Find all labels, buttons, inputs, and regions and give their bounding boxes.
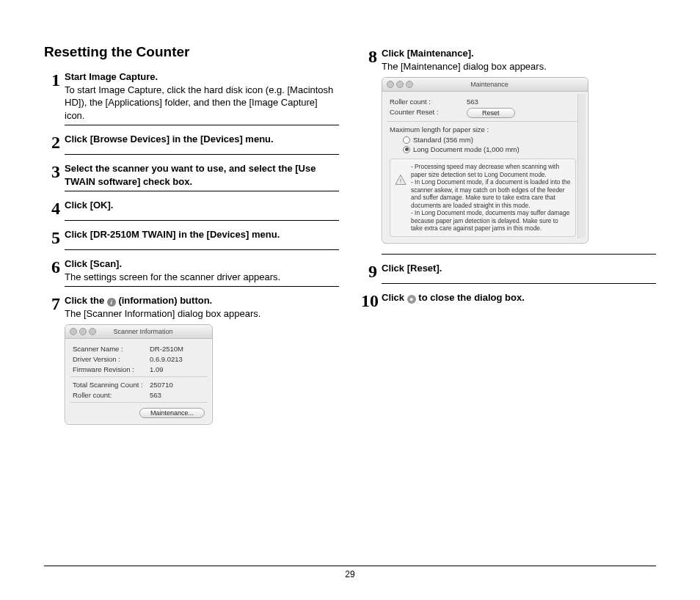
step-divider [382, 254, 656, 255]
roller-count-row: Roller count :563 [390, 96, 576, 106]
radio-label: Standard (356 mm) [413, 136, 473, 144]
step-body: Start Image Capture. To start Image Capt… [60, 70, 339, 122]
info-value: 1.09 [150, 365, 164, 373]
maintenance-button[interactable]: Maintenance... [139, 408, 205, 418]
step-desc: The [Maintenance] dialog box appears. [382, 61, 547, 72]
info-key: Roller count: [73, 391, 150, 399]
close-icon: ● [407, 295, 416, 304]
step-number: 6 [44, 257, 60, 276]
radio-icon[interactable] [403, 136, 410, 144]
step-7: 7 Click the i (information) button. The … [44, 294, 339, 320]
info-value: DR-2510M [150, 345, 183, 353]
step-title-part: Click the [65, 295, 107, 306]
info-value: 0.6.9.0213 [150, 355, 183, 363]
step-title: Click [Browse Devices] in the [Devices] … [65, 133, 274, 144]
step-number: 5 [44, 228, 60, 246]
step-3: 3 Select the scanner you want to use, an… [44, 162, 339, 188]
radio-long-document[interactable]: Long Document mode (1,000 mm) [390, 144, 576, 154]
document-page: Resetting the Counter 1 Start Image Capt… [0, 0, 700, 600]
info-value: 563 [150, 391, 161, 399]
max-length-label: Maximum length for paper size : [390, 124, 576, 135]
warning-text: - Processing speed may decrease when sca… [411, 163, 571, 233]
step-title: Select the scanner you want to use, and … [65, 163, 316, 187]
step-number: 1 [44, 70, 60, 89]
step-title: Start Image Capture. [65, 71, 158, 82]
step-divider [65, 154, 339, 155]
close-icon[interactable] [70, 328, 77, 335]
step-1: 1 Start Image Capture. To start Image Ca… [44, 70, 339, 122]
step-divider [65, 191, 339, 191]
step-5: 5 Click [DR-2510M TWAIN] in the [Devices… [44, 228, 339, 246]
step-title-part: to close the dialog box. [416, 292, 525, 303]
dialog-body: Roller count :563 Counter Reset :Reset M… [382, 92, 588, 243]
dialog-titlebar: Scanner Information [65, 325, 212, 339]
step-desc: To start Image Capture, click the hard d… [65, 84, 333, 121]
step-desc: The [Scanner Information] dialog box app… [65, 308, 260, 319]
step-number: 9 [361, 262, 377, 280]
info-row: Total Scanning Count :250710 [73, 379, 205, 389]
step-title-part: Click [382, 292, 407, 303]
info-key: Roller count : [390, 98, 467, 106]
info-row: Driver Version :0.6.9.0213 [73, 354, 205, 364]
step-number: 4 [44, 199, 60, 217]
maintenance-dialog: Maintenance Roller count :563 Counter Re… [382, 77, 588, 244]
scrollbar[interactable] [577, 94, 586, 238]
warning-note: ! - Processing speed may decrease when s… [390, 158, 576, 237]
step-2: 2 Click [Browse Devices] in the [Devices… [44, 133, 339, 151]
right-column: 8 Click [Maintenance]. The [Maintenance]… [361, 44, 656, 425]
warning-icon: ! [395, 175, 406, 185]
info-key: Counter Reset : [390, 108, 467, 118]
step-title: Click [OK]. [65, 200, 113, 211]
step-9: 9 Click [Reset]. [361, 262, 656, 280]
step-8: 8 Click [Maintenance]. The [Maintenance]… [361, 47, 656, 73]
step-number: 10 [361, 291, 377, 310]
dialog-divider [70, 402, 208, 403]
step-6: 6 Click [Scan]. The settings screen for … [44, 257, 339, 283]
dialog-divider [387, 121, 579, 122]
info-key: Driver Version : [73, 355, 150, 363]
info-key: Total Scanning Count : [73, 381, 150, 389]
step-divider [65, 249, 339, 250]
info-value: 250710 [150, 381, 173, 389]
step-number: 7 [44, 294, 60, 312]
info-row: Roller count:563 [73, 389, 205, 400]
dialog-body: Scanner Name :DR-2510M Driver Version :0… [65, 339, 212, 424]
radio-icon[interactable] [403, 146, 410, 153]
two-column-layout: Resetting the Counter 1 Start Image Capt… [44, 44, 656, 425]
info-value: 563 [467, 98, 478, 106]
step-title: Click [Maintenance]. [382, 48, 474, 59]
scanner-information-dialog: Scanner Information Scanner Name :DR-251… [65, 324, 213, 425]
dialog-title: Scanner Information [79, 328, 208, 335]
radio-standard[interactable]: Standard (356 mm) [390, 135, 576, 144]
step-number: 8 [361, 47, 377, 65]
info-key: Firmware Revision : [73, 365, 150, 373]
left-column: Resetting the Counter 1 Start Image Capt… [44, 44, 339, 425]
dialog-divider [70, 376, 208, 377]
step-10: 10 Click ● to close the dialog box. [361, 291, 656, 310]
step-divider [65, 220, 339, 221]
section-title: Resetting the Counter [44, 44, 339, 60]
reset-button[interactable]: Reset [467, 108, 515, 118]
step-divider [65, 286, 339, 287]
info-key: Scanner Name : [73, 345, 150, 353]
step-title: Click [Scan]. [65, 258, 122, 269]
info-row: Firmware Revision :1.09 [73, 364, 205, 374]
svg-text:!: ! [400, 178, 401, 184]
counter-reset-row: Counter Reset :Reset [390, 106, 576, 119]
info-icon: i [107, 298, 116, 307]
step-title: Click [Reset]. [382, 263, 442, 274]
step-title-part: (information) button. [116, 295, 212, 306]
dialog-titlebar: Maintenance [382, 78, 588, 92]
info-row: Scanner Name :DR-2510M [73, 343, 205, 354]
step-title: Click [DR-2510M TWAIN] in the [Devices] … [65, 229, 280, 240]
step-4: 4 Click [OK]. [44, 199, 339, 217]
radio-label: Long Document mode (1,000 mm) [413, 145, 519, 153]
page-number: 29 [0, 569, 700, 579]
step-divider [382, 283, 656, 284]
footer-rule [44, 566, 656, 566]
step-number: 2 [44, 133, 60, 151]
step-desc: The settings screen for the scanner driv… [65, 271, 280, 282]
step-number: 3 [44, 162, 60, 180]
step-divider [65, 125, 339, 125]
close-icon[interactable] [387, 81, 394, 88]
